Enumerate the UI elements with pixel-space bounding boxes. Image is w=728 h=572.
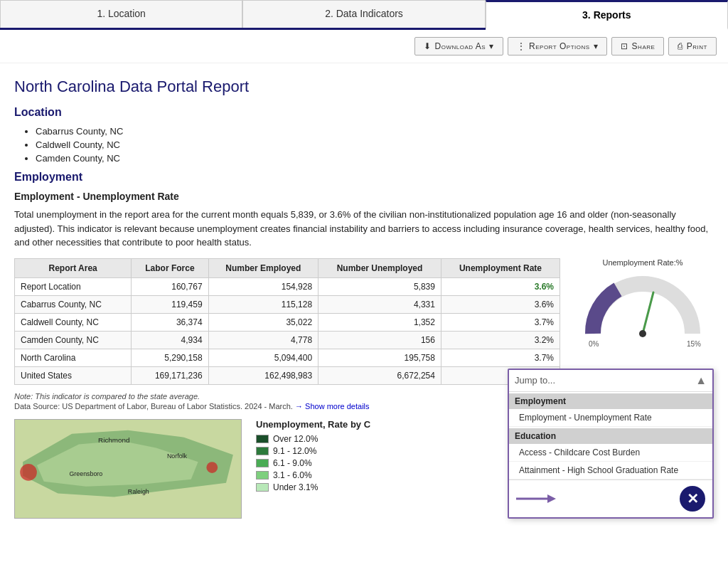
table-row: Camden County, NC 4,934 4,778 156 3.2%: [15, 331, 560, 349]
cell-unemployed: 4,331: [318, 295, 441, 313]
bottom-section: Richmond Norfolk Greensboro Raleigh Unem…: [14, 419, 714, 519]
cell-labor: 169,171,236: [132, 366, 208, 384]
close-button[interactable]: ✕: [680, 486, 705, 512]
unemployment-table: Report Area Labor Force Number Employed …: [14, 258, 560, 385]
show-more-link[interactable]: → Show more details: [295, 402, 370, 411]
svg-point-8: [206, 462, 218, 473]
legend-label-3: 6.1 - 9.0%: [273, 458, 312, 468]
svg-marker-14: [547, 494, 556, 503]
cell-employed: 162,498,983: [208, 366, 318, 384]
svg-text:15%: 15%: [687, 340, 701, 348]
svg-text:0%: 0%: [589, 340, 599, 348]
list-item: Caldwell County, NC: [36, 139, 714, 150]
svg-text:Raleigh: Raleigh: [128, 487, 149, 494]
legend-label-4: 3.1 - 6.0%: [273, 470, 312, 480]
main-content: North Carolina Data Portal Report Locati…: [0, 63, 728, 533]
cell-rate: 3.6%: [441, 295, 560, 313]
svg-point-7: [20, 464, 37, 481]
cell-area: Cabarrus County, NC: [15, 295, 132, 313]
cell-rate: 3.7%: [441, 349, 560, 366]
jumpto-arrow-right-button[interactable]: [516, 490, 559, 507]
cell-area: United States: [15, 366, 132, 384]
share-button[interactable]: ⊡ Share: [611, 37, 664, 55]
jumpto-header: Jump to... ▲: [509, 370, 712, 392]
employment-sub-heading: Employment - Unemployment Rate: [14, 191, 714, 202]
svg-text:Norfolk: Norfolk: [167, 452, 188, 460]
cell-labor: 4,934: [132, 331, 208, 349]
legend-color-5: [256, 483, 269, 492]
jumpto-scroll-up[interactable]: ▲: [695, 374, 707, 387]
employment-heading: Employment: [14, 171, 714, 184]
table-row: Cabarrus County, NC 119,459 115,128 4,33…: [15, 295, 560, 313]
jumpto-section-education: Education: [509, 428, 712, 444]
legend-color-4: [256, 471, 269, 480]
gauge-title: Unemployment Rate:%: [572, 258, 714, 267]
cell-labor: 160,767: [132, 277, 208, 295]
cell-labor: 5,290,158: [132, 349, 208, 366]
cell-labor: 119,459: [132, 295, 208, 313]
cell-area: North Carolina: [15, 349, 132, 366]
cell-employed: 5,094,400: [208, 349, 318, 366]
table-row: Report Location 160,767 154,928 5,839 3.…: [15, 277, 560, 295]
map-svg: Richmond Norfolk Greensboro Raleigh: [15, 420, 241, 518]
cell-employed: 4,778: [208, 331, 318, 349]
gauge-chart: 0% 15%: [579, 270, 707, 348]
col-header-employed: Number Employed: [208, 258, 318, 277]
tab-bar: 1. Location 2. Data Indicators 3. Report…: [0, 0, 728, 30]
legend-color-1: [256, 435, 269, 443]
data-table-wrap: Report Area Labor Force Number Employed …: [14, 258, 560, 385]
cell-area: Camden County, NC: [15, 331, 132, 349]
cell-unemployed: 5,839: [318, 277, 441, 295]
gauge-area: Unemployment Rate:% 0% 15%: [572, 258, 714, 385]
tab-reports[interactable]: 3. Reports: [486, 0, 728, 30]
svg-line-0: [643, 292, 653, 334]
table-row: United States 169,171,236 162,498,983 6,…: [15, 366, 560, 384]
tab-location[interactable]: 1. Location: [0, 0, 242, 28]
cell-rate: 3.7%: [441, 313, 560, 331]
cell-area: Report Location: [15, 277, 132, 295]
report-title: North Carolina Data Portal Report: [14, 78, 714, 96]
report-options-button[interactable]: ⋮ Report Options ▾: [508, 37, 608, 55]
arrow-right-icon: [516, 490, 559, 507]
list-item: Cabarrus County, NC: [36, 126, 714, 137]
location-list: Cabarrus County, NC Caldwell County, NC …: [14, 126, 714, 164]
table-row: Caldwell County, NC 36,374 35,022 1,352 …: [15, 313, 560, 331]
jumpto-item-unemployment-rate[interactable]: Employment - Unemployment Rate: [509, 409, 712, 427]
location-heading: Location: [14, 106, 714, 119]
table-gauge-area: Report Area Labor Force Number Employed …: [14, 258, 714, 385]
legend-label-2: 9.1 - 12.0%: [273, 446, 316, 456]
download-button[interactable]: ⬇ Download As ▾: [414, 37, 503, 55]
legend-color-2: [256, 447, 269, 455]
cell-unemployed: 195,758: [318, 349, 441, 366]
legend-label-1: Over 12.0%: [273, 434, 318, 444]
dropdown-arrow-icon: ▾: [489, 41, 494, 51]
table-row: North Carolina 5,290,158 5,094,400 195,7…: [15, 349, 560, 366]
cell-employed: 154,928: [208, 277, 318, 295]
col-header-unemployed: Number Unemployed: [318, 258, 441, 277]
svg-text:Greensboro: Greensboro: [69, 470, 102, 477]
jumpto-footer: ✕: [509, 480, 712, 517]
jumpto-item-childcare[interactable]: Access - Childcare Cost Burden: [509, 444, 712, 462]
jumpto-section-employment: Employment: [509, 393, 712, 409]
print-icon: ⎙: [678, 41, 683, 51]
legend-color-3: [256, 459, 269, 467]
description-text: Total unemployment in the report area fo…: [14, 208, 714, 250]
print-button[interactable]: ⎙ Print: [668, 37, 717, 55]
svg-point-1: [639, 330, 646, 337]
options-icon: ⋮: [517, 41, 526, 51]
col-header-labor: Labor Force: [132, 258, 208, 277]
svg-text:Richmond: Richmond: [98, 435, 129, 443]
list-item: Camden County, NC: [36, 153, 714, 164]
jumpto-item-graduation[interactable]: Attainment - High School Graduation Rate: [509, 462, 712, 480]
cell-area: Caldwell County, NC: [15, 313, 132, 331]
jumpto-panel: Jump to... ▲ Employment Employment - Une…: [508, 369, 714, 519]
cell-unemployed: 1,352: [318, 313, 441, 331]
tab-data-indicators[interactable]: 2. Data Indicators: [242, 0, 485, 28]
share-icon: ⊡: [621, 41, 628, 51]
cell-employed: 35,022: [208, 313, 318, 331]
map-area: Richmond Norfolk Greensboro Raleigh: [14, 419, 242, 519]
col-header-rate: Unemployment Rate: [441, 258, 560, 277]
cell-rate: 3.6%: [441, 277, 560, 295]
cell-labor: 36,374: [132, 313, 208, 331]
jumpto-label: Jump to...: [515, 375, 555, 386]
